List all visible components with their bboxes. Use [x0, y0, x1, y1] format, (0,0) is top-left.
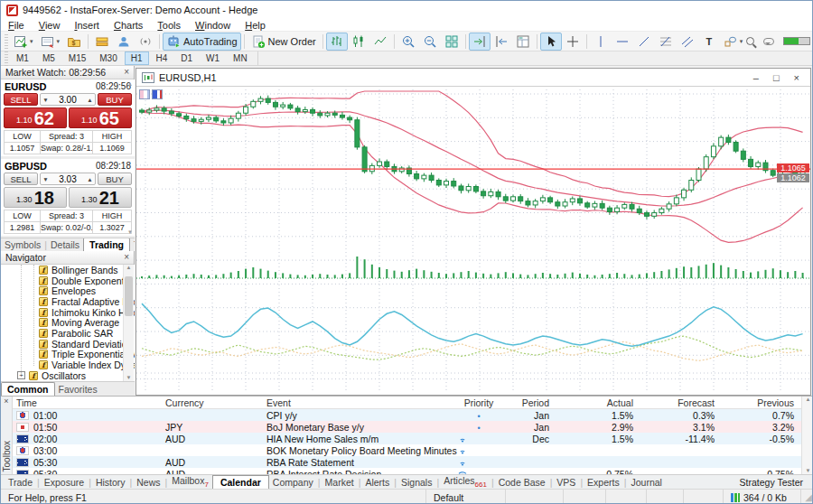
- calendar-row[interactable]: 05:30AUDRBA Rate Statement: [13, 456, 801, 468]
- toolbox-vertical-label[interactable]: Toolbox: [2, 441, 12, 471]
- ask-price[interactable]: 1.3021: [69, 187, 132, 208]
- tab-vps[interactable]: VPS: [553, 477, 579, 488]
- menu-item-tools[interactable]: Tools: [150, 20, 188, 31]
- buy-button[interactable]: BUY: [98, 93, 132, 106]
- calendar-row[interactable]: 01:00CPI y/y•Jan1.5%0.3%0.7%: [13, 409, 801, 421]
- sell-button[interactable]: SELL: [4, 93, 38, 106]
- strategy-tester-label[interactable]: Strategy Tester: [740, 477, 810, 488]
- tab-market[interactable]: Market: [322, 477, 358, 488]
- zoom-out-button[interactable]: [419, 33, 441, 51]
- tab-mailbox[interactable]: Mailbox7: [168, 475, 212, 489]
- scroll-up-icon[interactable]: ▲: [806, 397, 811, 402]
- calendar-row[interactable]: 05:30AUDRBA Interest Rate Decision0.75%0…: [13, 468, 801, 474]
- timeframe-w1[interactable]: W1: [200, 51, 226, 65]
- chart-shift-button[interactable]: [491, 33, 512, 51]
- quick-trade-icon[interactable]: [139, 89, 150, 99]
- calendar-row[interactable]: 02:00AUDHIA New Home Sales m/mDec1.5%-11…: [13, 433, 801, 444]
- menu-item-help[interactable]: Help: [238, 20, 273, 31]
- timeframe-d1[interactable]: D1: [174, 51, 199, 65]
- text-button[interactable]: T: [698, 33, 720, 51]
- timeframe-h4[interactable]: H4: [150, 51, 174, 65]
- vertical-line-button[interactable]: [590, 33, 612, 51]
- menu-item-window[interactable]: Window: [188, 20, 238, 31]
- broadcast-button[interactable]: [135, 33, 156, 51]
- spin-up-icon[interactable]: ▲: [85, 97, 95, 103]
- close-icon[interactable]: ×: [794, 72, 799, 83]
- sell-button[interactable]: SELL: [4, 173, 38, 185]
- tab-articles[interactable]: Articles661: [440, 475, 491, 489]
- profiles-button[interactable]: ▾: [37, 33, 64, 51]
- tab-trading[interactable]: Trading: [83, 238, 130, 251]
- tab-experts[interactable]: Experts: [584, 477, 623, 488]
- menu-item-insert[interactable]: Insert: [67, 20, 107, 31]
- tab-exposure[interactable]: Exposure: [41, 477, 88, 488]
- tab-history[interactable]: History: [92, 477, 129, 488]
- volume-stepper[interactable]: ▼3.03▲: [40, 173, 96, 185]
- chart-area[interactable]: 1.1065 1.1062: [136, 88, 810, 395]
- tab-trade[interactable]: Trade: [5, 477, 36, 488]
- chat-icon[interactable]: [763, 38, 774, 45]
- timeframe-h1[interactable]: H1: [125, 51, 149, 65]
- tab-code-base[interactable]: Code Base: [495, 477, 549, 488]
- timeframe-m15[interactable]: M15: [62, 51, 92, 65]
- bars-chart-button[interactable]: [326, 33, 348, 51]
- tab-alerts[interactable]: Alerts: [361, 477, 393, 488]
- scroll-down-icon[interactable]: ▼: [127, 229, 133, 235]
- timeframe-m30[interactable]: M30: [93, 51, 123, 65]
- search-icon[interactable]: [746, 37, 754, 45]
- spin-up-icon[interactable]: ▲: [85, 176, 95, 182]
- status-traffic[interactable]: 364 / 0 Kb: [724, 490, 801, 504]
- calendar-row[interactable]: 01:50JPYBoJ Monetary Base y/y•Jan2.9%3.1…: [13, 421, 801, 433]
- line-chart-button[interactable]: [369, 33, 391, 51]
- zoom-in-button[interactable]: [397, 33, 419, 51]
- tab-symbols[interactable]: Symbols: [1, 238, 44, 251]
- scroll-up-icon[interactable]: ▲: [127, 81, 133, 87]
- deposit-button[interactable]: [91, 33, 113, 51]
- market-depth-icon[interactable]: [152, 89, 163, 99]
- spin-down-icon[interactable]: ▼: [41, 97, 51, 103]
- scroll-up-icon[interactable]: ▲: [126, 265, 132, 270]
- shapes-button[interactable]: ▾: [720, 33, 747, 51]
- community-button[interactable]: [113, 33, 135, 51]
- close-icon[interactable]: ×: [124, 253, 129, 262]
- new-chart-button[interactable]: ▾: [10, 33, 37, 51]
- bid-price[interactable]: 1.3018: [4, 187, 67, 208]
- cursor-button[interactable]: [540, 33, 562, 51]
- buy-button[interactable]: BUY: [98, 173, 132, 185]
- new-order-button[interactable]: New Order: [248, 33, 320, 51]
- calendar-row[interactable]: 03:00BOK Monetary Policy Board Meeting M…: [13, 444, 801, 456]
- scroll-down-icon[interactable]: ▼: [802, 468, 813, 473]
- spin-down-icon[interactable]: ▼: [41, 176, 51, 182]
- tab-signals[interactable]: Signals: [397, 477, 435, 488]
- status-profile[interactable]: Default: [426, 490, 506, 504]
- tab-news[interactable]: News: [133, 477, 164, 488]
- minimize-icon[interactable]: –: [753, 72, 759, 83]
- close-icon[interactable]: ×: [124, 68, 129, 77]
- fibonacci-button[interactable]: [655, 33, 677, 51]
- chart-window-titlebar[interactable]: EURUSD,H1 – □ ×: [136, 69, 810, 87]
- tab-favorites[interactable]: Favorites: [55, 383, 101, 396]
- calendar-scrollbar[interactable]: ▲ ▼: [801, 397, 813, 474]
- tab-calendar[interactable]: Calendar: [212, 475, 269, 490]
- volume-stepper[interactable]: ▼3.00▲: [40, 93, 96, 106]
- tab-tick[interactable]: Tick: [130, 238, 135, 251]
- tile-windows-button[interactable]: [441, 33, 463, 51]
- auto-scroll-button[interactable]: [469, 33, 491, 51]
- timeframe-mn[interactable]: MN: [227, 51, 254, 65]
- trendline-button[interactable]: [633, 33, 655, 51]
- scroll-thumb[interactable]: [125, 276, 133, 316]
- timeframe-grip[interactable]: [5, 51, 8, 66]
- crosshair-button[interactable]: [562, 33, 584, 51]
- timeframe-m1[interactable]: M1: [10, 51, 35, 65]
- resize-grip[interactable]: ◢: [801, 492, 813, 502]
- candles-chart-button[interactable]: [348, 33, 369, 51]
- data-window-button[interactable]: [512, 33, 534, 51]
- ask-price[interactable]: 1.1065: [69, 107, 132, 128]
- autotrading-button[interactable]: AutoTrading: [163, 33, 241, 51]
- maximize-icon[interactable]: □: [773, 72, 780, 83]
- market-money-button[interactable]: $: [63, 33, 85, 51]
- close-icon[interactable]: ×: [1, 397, 12, 406]
- tab-company[interactable]: Company: [269, 477, 317, 488]
- menu-item-view[interactable]: View: [32, 20, 68, 31]
- scroll-down-icon[interactable]: ▼: [124, 375, 134, 380]
